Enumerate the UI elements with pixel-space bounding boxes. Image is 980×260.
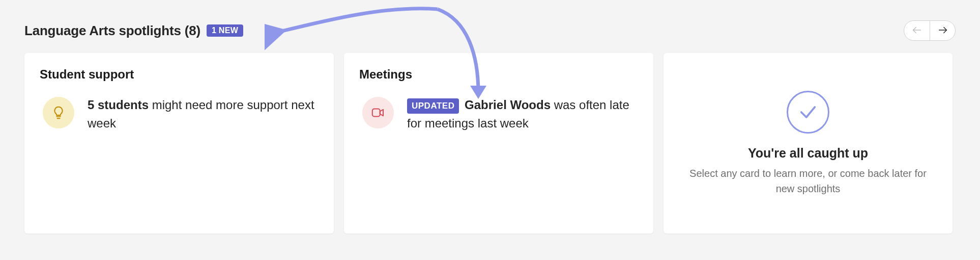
caught-up-subtitle: Select any card to learn more, or come b… bbox=[684, 166, 932, 196]
card-body: 5 students might need more support next … bbox=[40, 96, 319, 133]
card-body: UPDATED Gabriel Woods was often late for… bbox=[359, 96, 638, 133]
section-header: Language Arts spotlights (8) 1 NEW bbox=[24, 20, 956, 41]
section-title: Language Arts spotlights (8) bbox=[24, 23, 200, 39]
spotlights-section: Language Arts spotlights (8) 1 NEW bbox=[0, 0, 980, 254]
person-name: Gabriel Woods bbox=[465, 98, 551, 112]
caught-up-title: You're all caught up bbox=[748, 146, 868, 161]
video-camera-icon bbox=[362, 97, 394, 128]
card-title: Student support bbox=[40, 67, 319, 82]
svg-rect-2 bbox=[372, 109, 380, 117]
arrow-right-icon bbox=[937, 24, 948, 37]
next-button[interactable] bbox=[930, 21, 955, 40]
carousel-nav bbox=[904, 20, 956, 41]
student-count: 5 students bbox=[88, 98, 149, 112]
card-meetings[interactable]: Meetings UPDATED Gabriel Woods was often… bbox=[344, 53, 653, 233]
cards-row: Student support 5 students might need mo… bbox=[24, 53, 956, 233]
header-left: Language Arts spotlights (8) 1 NEW bbox=[24, 23, 243, 39]
card-title: Meetings bbox=[359, 67, 638, 82]
checkmark-circle-icon bbox=[787, 91, 829, 134]
card-text: 5 students might need more support next … bbox=[88, 96, 319, 133]
arrow-left-icon bbox=[911, 24, 923, 37]
prev-button[interactable] bbox=[904, 21, 930, 40]
lightbulb-icon bbox=[43, 97, 74, 128]
card-student-support[interactable]: Student support 5 students might need mo… bbox=[24, 53, 334, 233]
card-caught-up: You're all caught up Select any card to … bbox=[664, 53, 953, 233]
new-badge: 1 NEW bbox=[207, 24, 243, 37]
updated-badge: UPDATED bbox=[407, 98, 459, 114]
card-text: UPDATED Gabriel Woods was often late for… bbox=[407, 96, 638, 133]
